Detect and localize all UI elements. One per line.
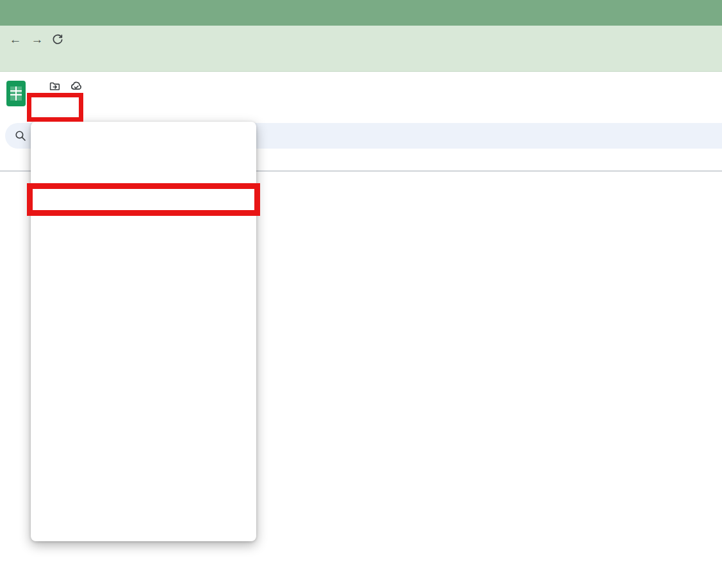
annotation-box-make-copy	[27, 183, 260, 216]
annotation-box-file-menu	[27, 93, 83, 122]
screen: ← →	[0, 0, 722, 588]
